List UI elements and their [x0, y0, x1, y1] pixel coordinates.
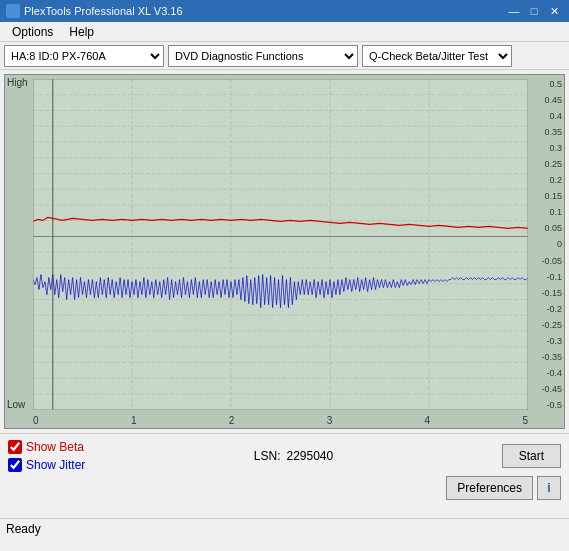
- bottom-right-buttons: Preferences i: [446, 476, 561, 500]
- show-jitter-row: Show Jitter: [8, 458, 85, 472]
- show-beta-row: Show Beta: [8, 440, 85, 454]
- maximize-button[interactable]: □: [525, 3, 543, 19]
- lsn-value: 2295040: [286, 449, 333, 463]
- status-bar: Ready: [0, 518, 569, 538]
- chart-area: High Low: [4, 74, 565, 429]
- toolbar: HA:8 ID:0 PX-760A DVD Diagnostic Functio…: [0, 42, 569, 70]
- lsn-area: LSN: 2295040: [254, 449, 333, 463]
- x-label-2: 2: [229, 415, 235, 426]
- menu-options[interactable]: Options: [4, 23, 61, 41]
- x-label-4: 4: [425, 415, 431, 426]
- info-button[interactable]: i: [537, 476, 561, 500]
- y-high-label: High: [7, 77, 28, 88]
- title-text: PlexTools Professional XL V3.16: [24, 5, 505, 17]
- minimize-button[interactable]: —: [505, 3, 523, 19]
- svg-rect-27: [33, 79, 528, 410]
- checkbox-group: Show Beta Show Jitter: [8, 440, 85, 472]
- title-bar: PlexTools Professional XL V3.16 — □ ✕: [0, 0, 569, 22]
- start-button[interactable]: Start: [502, 444, 561, 468]
- bottom-panel: Show Beta Show Jitter LSN: 2295040 Start…: [0, 433, 569, 518]
- x-label-3: 3: [327, 415, 333, 426]
- lsn-label: LSN:: [254, 449, 281, 463]
- show-jitter-label: Show Jitter: [26, 458, 85, 472]
- y-low-label: Low: [7, 399, 25, 410]
- preferences-button[interactable]: Preferences: [446, 476, 533, 500]
- y-axis-right: 0.5 0.45 0.4 0.35 0.3 0.25 0.2 0.15 0.1 …: [530, 79, 562, 410]
- show-jitter-checkbox[interactable]: [8, 458, 22, 472]
- title-bar-buttons: — □ ✕: [505, 3, 563, 19]
- show-beta-label: Show Beta: [26, 440, 84, 454]
- drive-select[interactable]: HA:8 ID:0 PX-760A: [4, 45, 164, 67]
- bottom-row2: Preferences i: [8, 476, 561, 500]
- function-select[interactable]: DVD Diagnostic Functions: [168, 45, 358, 67]
- test-select[interactable]: Q-Check Beta/Jitter Test: [362, 45, 512, 67]
- menu-bar: Options Help: [0, 22, 569, 42]
- menu-help[interactable]: Help: [61, 23, 102, 41]
- x-label-0: 0: [33, 415, 39, 426]
- chart-plot: [33, 79, 528, 410]
- bottom-row1: Show Beta Show Jitter LSN: 2295040 Start: [8, 440, 561, 472]
- show-beta-checkbox[interactable]: [8, 440, 22, 454]
- x-label-1: 1: [131, 415, 137, 426]
- status-text: Ready: [6, 522, 41, 536]
- close-button[interactable]: ✕: [545, 3, 563, 19]
- app-icon: [6, 4, 20, 18]
- x-axis-labels: 0 1 2 3 4 5: [33, 415, 528, 426]
- x-label-5: 5: [522, 415, 528, 426]
